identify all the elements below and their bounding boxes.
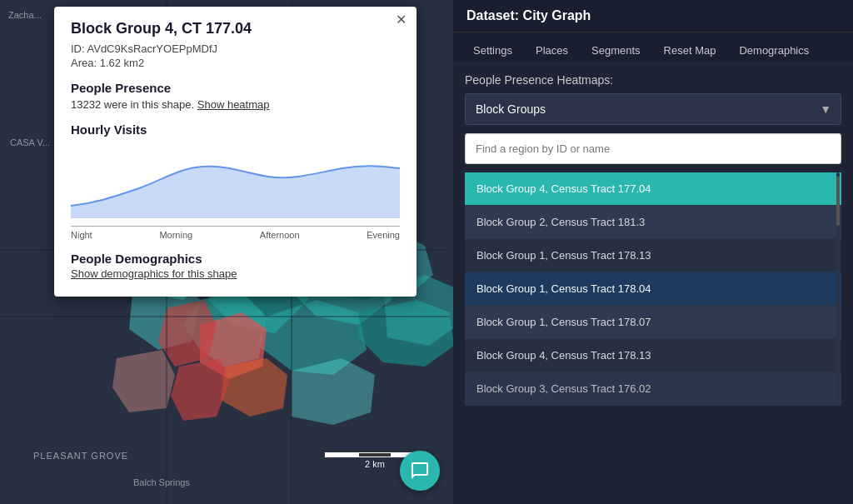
panel-body: People Presence Heatmaps: Block Groups C…: [453, 62, 853, 504]
chat-button[interactable]: [400, 451, 440, 491]
chart-labels: Night Morning Afternoon Evening: [71, 230, 400, 240]
region-item[interactable]: Block Group 1, Census Tract 178.04: [465, 272, 841, 306]
people-presence-text: 13232 were in this shape. Show heatmap: [71, 98, 400, 111]
tab-reset-map[interactable]: Reset Map: [654, 39, 726, 62]
map-label-casav: CASA V...: [10, 137, 50, 147]
tab-settings[interactable]: Settings: [463, 39, 522, 62]
region-search-input[interactable]: [465, 133, 841, 164]
hourly-visits-heading: Hourly Visits: [71, 122, 400, 137]
chart-label-evening: Evening: [367, 230, 400, 240]
popup-title: Block Group 4, CT 177.04: [71, 20, 400, 37]
dataset-title: Dataset: City Graph: [466, 8, 840, 23]
region-item[interactable]: Block Group 4, Census Tract 177.04: [465, 172, 841, 206]
popup-card: ✕ Block Group 4, CT 177.04 ID: AVdC9KsRa…: [54, 7, 417, 297]
block-groups-dropdown[interactable]: Block Groups Census Tracts ZIP Codes: [465, 93, 841, 125]
map-label-balch: Balch Springs: [133, 477, 190, 487]
tab-places[interactable]: Places: [526, 39, 578, 62]
scrollbar-track: [836, 172, 840, 406]
region-list: Block Group 4, Census Tract 177.04 Block…: [465, 172, 841, 406]
region-list-wrapper: Block Group 4, Census Tract 177.04 Block…: [465, 172, 841, 406]
close-icon[interactable]: ✕: [396, 13, 407, 27]
right-panel: Dataset: City Graph Settings Places Segm…: [453, 0, 853, 504]
region-item[interactable]: Block Group 2, Census Tract 181.3: [465, 206, 841, 239]
chart-label-afternoon: Afternoon: [260, 230, 300, 240]
hourly-chart: [71, 143, 400, 227]
region-item[interactable]: Block Group 4, Census Tract 178.13: [465, 339, 841, 372]
region-item[interactable]: Block Group 1, Census Tract 178.13: [465, 239, 841, 272]
scrollbar-thumb[interactable]: [836, 176, 840, 226]
region-item[interactable]: Block Group 3, Census Tract 176.02: [465, 372, 841, 406]
panel-header: Dataset: City Graph: [453, 0, 853, 32]
people-presence-heading: People Presence: [71, 81, 400, 95]
chart-label-morning: Morning: [159, 230, 192, 240]
people-demographics-heading: People Demographics: [71, 252, 400, 266]
show-demographics-link[interactable]: Show demographics for this shape: [71, 267, 400, 280]
popup-id: ID: AVdC9KsRacrYOEPpMDfJ: [71, 42, 400, 55]
heatmap-label: People Presence Heatmaps:: [465, 73, 841, 87]
map-label-zachary: Zacha...: [8, 10, 42, 20]
panel-tabs: Settings Places Segments Reset Map Demog…: [453, 32, 853, 62]
chat-icon: [410, 461, 430, 481]
tab-demographics[interactable]: Demographics: [729, 39, 819, 62]
region-item[interactable]: Block Group 1, Census Tract 178.07: [465, 306, 841, 339]
tab-segments[interactable]: Segments: [581, 39, 651, 62]
popup-area: Area: 1.62 km2: [71, 57, 400, 69]
show-heatmap-link[interactable]: Show heatmap: [197, 98, 270, 111]
map-label-pleasant: PLEASANT GROVE: [33, 451, 128, 461]
dropdown-wrapper: Block Groups Census Tracts ZIP Codes ▼: [465, 93, 841, 125]
chart-label-night: Night: [71, 230, 92, 240]
